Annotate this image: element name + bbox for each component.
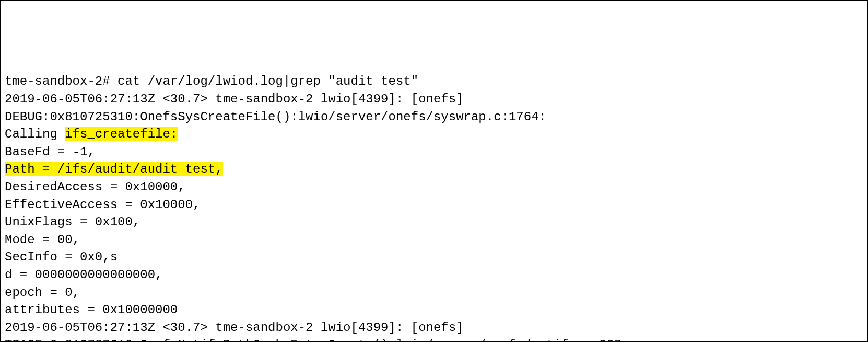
- terminal-line: 2019-06-05T06:27:13Z <30.7> tme-sandbox-…: [5, 319, 863, 337]
- terminal-text: 2019-06-05T06:27:13Z <30.7> tme-sandbox-…: [5, 92, 471, 106]
- terminal-line: epoch = 0,: [5, 284, 863, 302]
- terminal-text: DEBUG:0x810725310:OnefsSysCreateFile():l…: [5, 110, 554, 124]
- terminal-text: Calling: [5, 127, 65, 141]
- terminal-text: Mode = 00,: [5, 233, 80, 247]
- terminal-line: Calling ifs_createfile:: [5, 126, 863, 143]
- terminal-text: DesiredAccess = 0x10000,: [5, 180, 185, 194]
- terminal-line: BaseFd = -1,: [5, 143, 863, 161]
- terminal-line: d = 0000000000000000,: [5, 266, 863, 284]
- terminal-line: UnixFlags = 0x100,: [5, 213, 863, 231]
- terminal-output: tme-sandbox-2# cat /var/log/lwiod.log|gr…: [5, 73, 863, 342]
- terminal-text: 2019-06-05T06:27:13Z <30.7> tme-sandbox-…: [5, 321, 471, 335]
- terminal-line: TRACE:0x812787610:OnefsNotifyPathCacheEn…: [5, 336, 863, 342]
- terminal-text: TRACE:0x812787610:OnefsNotifyPathCacheEn…: [5, 338, 637, 342]
- terminal-text: tme-sandbox-2# cat /var/log/lwiod.log|gr…: [5, 74, 418, 88]
- terminal-text: UnixFlags = 0x100,: [5, 215, 140, 229]
- terminal-text: SecInfo = 0x0,s: [5, 250, 118, 264]
- terminal-text: epoch = 0,: [5, 286, 80, 300]
- terminal-line: attributes = 0x10000000: [5, 301, 863, 319]
- terminal-line: EffectiveAccess = 0x10000,: [5, 196, 863, 214]
- terminal-text: attributes = 0x10000000: [5, 303, 178, 317]
- terminal-line: SecInfo = 0x0,s: [5, 248, 863, 266]
- terminal-text: d = 0000000000000000,: [5, 268, 170, 282]
- terminal-text: EffectiveAccess = 0x10000,: [5, 198, 208, 212]
- terminal-line: Mode = 00,: [5, 231, 863, 249]
- highlight-text: ifs_createfile:: [65, 127, 178, 141]
- terminal-line: Path = /ifs/audit/audit test,: [5, 161, 863, 178]
- terminal-text: BaseFd = -1,: [5, 145, 95, 159]
- terminal-text: [178, 127, 185, 141]
- highlight-text: Path = /ifs/audit/audit test,: [5, 162, 223, 176]
- terminal-line: tme-sandbox-2# cat /var/log/lwiod.log|gr…: [5, 73, 863, 90]
- terminal-line: DesiredAccess = 0x10000,: [5, 178, 863, 196]
- terminal-line: DEBUG:0x810725310:OnefsSysCreateFile():l…: [5, 108, 863, 126]
- terminal-line: 2019-06-05T06:27:13Z <30.7> tme-sandbox-…: [5, 90, 863, 108]
